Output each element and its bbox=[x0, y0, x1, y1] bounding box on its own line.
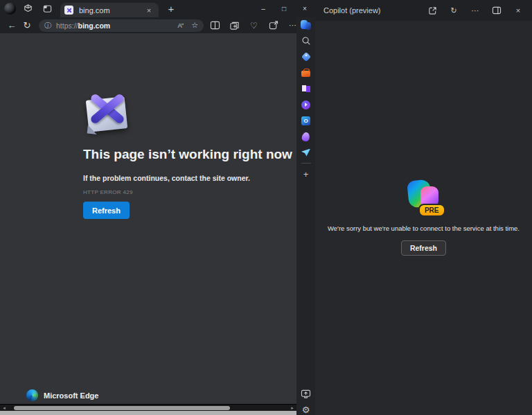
drop-paper-plane-icon[interactable] bbox=[300, 147, 312, 158]
search-icon[interactable] bbox=[300, 35, 312, 46]
tab-bing[interactable]: bing.com × bbox=[60, 3, 159, 17]
sidebar-settings-gear-icon[interactable]: ⚙ bbox=[300, 404, 312, 415]
site-info-icon[interactable]: ⓘ bbox=[44, 21, 51, 30]
more-options-icon[interactable]: ⋯ bbox=[470, 5, 481, 16]
edge-brand: Microsoft Edge bbox=[26, 389, 98, 401]
sidebar-layout-icon[interactable] bbox=[491, 5, 502, 16]
horizontal-scrollbar[interactable]: ◂ ▸ bbox=[0, 404, 296, 411]
error-page: This page isn’t working right now If the… bbox=[0, 33, 296, 404]
close-button[interactable]: × bbox=[294, 0, 315, 17]
tab-actions-icon[interactable] bbox=[39, 2, 55, 16]
copilot-header-icons: ↻ ⋯ × bbox=[427, 5, 524, 16]
back-button[interactable]: ← bbox=[4, 19, 19, 33]
copilot-title: Copilot (preview) bbox=[323, 6, 381, 15]
browser-essentials-icon[interactable]: ♡ bbox=[248, 19, 260, 31]
url-host: bing.com bbox=[78, 21, 111, 30]
reload-button[interactable]: ↻ bbox=[19, 19, 35, 33]
address-bar[interactable]: ⓘ https:// bing.com A″ ☆ bbox=[39, 19, 204, 32]
profile-avatar[interactable] bbox=[4, 3, 16, 15]
refresh-icon[interactable]: ↻ bbox=[448, 5, 459, 16]
scrollbar-thumb[interactable] bbox=[14, 406, 230, 410]
collections-icon[interactable] bbox=[229, 19, 240, 31]
workspaces-icon[interactable] bbox=[20, 2, 35, 16]
new-tab-button[interactable]: + bbox=[164, 2, 178, 16]
maximize-button[interactable]: □ bbox=[274, 0, 294, 17]
page-error-favicon bbox=[64, 6, 73, 15]
favorite-star-icon[interactable]: ☆ bbox=[191, 21, 198, 30]
window-bottom-edge bbox=[0, 411, 300, 415]
tab-close-icon[interactable]: × bbox=[143, 5, 154, 16]
copilot-error-state: PRE We're sorry but we're unable to conn… bbox=[315, 180, 532, 256]
open-in-new-window-icon[interactable] bbox=[427, 5, 438, 16]
shopping-tag-icon[interactable] bbox=[300, 51, 312, 62]
copilot-refresh-button[interactable]: Refresh bbox=[401, 240, 446, 256]
preview-badge: PRE bbox=[418, 204, 445, 217]
read-aloud-icon[interactable]: A″ bbox=[177, 21, 183, 29]
copilot-error-message: We're sorry but we're unable to connect … bbox=[315, 224, 532, 232]
outlook-icon[interactable]: O bbox=[300, 115, 312, 126]
people-icon[interactable] bbox=[300, 83, 312, 94]
url-protocol: https:// bbox=[56, 21, 78, 30]
edge-brand-label: Microsoft Edge bbox=[44, 391, 98, 400]
copilot-panel: Copilot (preview) ↻ ⋯ × PRE We're sorry … bbox=[315, 0, 532, 415]
copilot-icon[interactable] bbox=[300, 19, 312, 30]
video-play-icon[interactable] bbox=[300, 99, 312, 110]
tab-title: bing.com bbox=[79, 6, 143, 15]
close-panel-icon[interactable]: × bbox=[513, 5, 524, 16]
minimize-button[interactable]: – bbox=[253, 0, 274, 17]
monitor-icon[interactable] bbox=[300, 388, 312, 399]
sidebar-divider bbox=[301, 163, 311, 164]
edge-logo-icon bbox=[26, 389, 38, 401]
share-icon[interactable] bbox=[267, 19, 279, 31]
customize-sidebar-button[interactable]: + bbox=[300, 168, 312, 179]
error-subtitle: If the problem continues, contact the si… bbox=[83, 174, 250, 182]
edge-browser-window: bing.com × + – □ × ← ↻ ⓘ https:// bing.c… bbox=[0, 0, 315, 415]
split-screen-icon[interactable] bbox=[209, 19, 221, 31]
toolbar: ← ↻ ⓘ https:// bing.com A″ ☆ ♡ ⋯ bbox=[0, 17, 315, 33]
microsoft365-briefcase-icon[interactable] bbox=[300, 67, 312, 78]
edge-sidebar: O + ⚙ bbox=[296, 17, 315, 415]
copilot-header: Copilot (preview) ↻ ⋯ × bbox=[315, 0, 532, 21]
error-title: This page isn’t working right now bbox=[83, 147, 292, 162]
broken-page-illustration bbox=[80, 93, 136, 136]
window-controls: – □ × bbox=[253, 0, 315, 17]
copilot-logo: PRE bbox=[407, 180, 441, 213]
tab-bar: bing.com × + – □ × bbox=[0, 0, 315, 17]
page-refresh-button[interactable]: Refresh bbox=[83, 202, 130, 219]
toolbar-icons: ♡ ⋯ bbox=[209, 19, 299, 31]
error-code: HTTP ERROR 429 bbox=[83, 189, 133, 195]
flame-icon[interactable] bbox=[300, 131, 312, 142]
